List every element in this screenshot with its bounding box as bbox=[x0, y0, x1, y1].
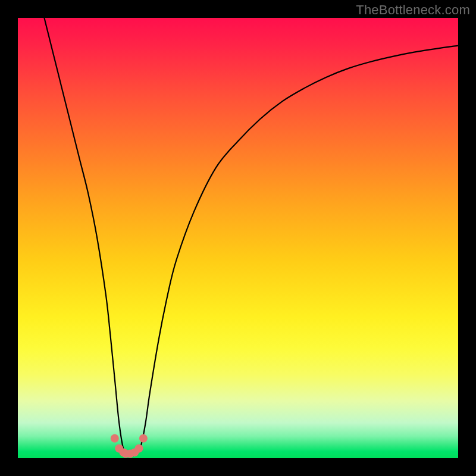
chart-plot-area bbox=[18, 18, 458, 458]
curve-marker-dot bbox=[111, 434, 119, 443]
curve-line bbox=[44, 18, 458, 456]
watermark-text: TheBottleneck.com bbox=[356, 2, 470, 18]
bottleneck-curve bbox=[18, 18, 458, 458]
curve-marker-dot bbox=[139, 434, 148, 443]
curve-markers bbox=[111, 434, 148, 458]
curve-marker-dot bbox=[135, 444, 143, 453]
